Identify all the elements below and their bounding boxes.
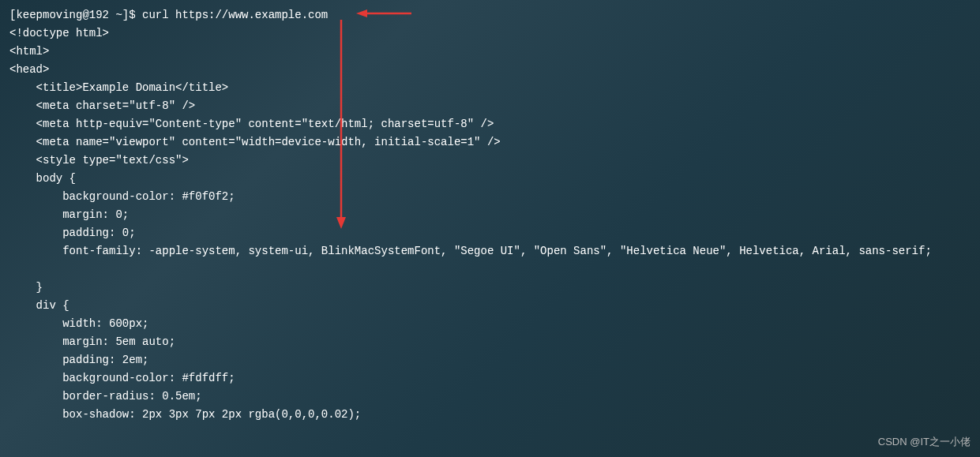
output-line: <meta name="viewport" content="width=dev… bbox=[9, 133, 971, 152]
output-line: background-color: #f0f0f2; bbox=[9, 188, 971, 206]
output-line: box-shadow: 2px 3px 7px 2px rgba(0,0,0,0… bbox=[9, 406, 971, 424]
output-line: <meta charset="utf-8" /> bbox=[9, 97, 971, 115]
output-line: width: 600px; bbox=[9, 315, 971, 333]
command-text: curl https://www.example.com bbox=[142, 9, 328, 21]
output-line: padding: 2em; bbox=[9, 351, 971, 369]
watermark-text: CSDN @IT之一小佬 bbox=[878, 433, 971, 451]
output-line: <html> bbox=[9, 43, 971, 61]
terminal-output: [keepmoving@192 ~]$ curl https://www.exa… bbox=[9, 6, 971, 424]
output-line: body { bbox=[9, 170, 971, 188]
shell-prompt: [keepmoving@192 ~]$ bbox=[9, 9, 142, 21]
output-line: <!doctype html> bbox=[9, 24, 971, 43]
output-line: border-radius: 0.5em; bbox=[9, 388, 971, 406]
output-line: margin: 0; bbox=[9, 206, 971, 224]
output-line: <style type="text/css"> bbox=[9, 152, 971, 170]
output-line: <head> bbox=[9, 61, 971, 79]
output-line: <title>Example Domain</title> bbox=[9, 79, 971, 97]
output-line: div { bbox=[9, 297, 971, 315]
output-line bbox=[9, 260, 971, 279]
output-line: <meta http-equiv="Content-type" content=… bbox=[9, 115, 971, 133]
output-line: margin: 5em auto; bbox=[9, 333, 971, 351]
command-line: [keepmoving@192 ~]$ curl https://www.exa… bbox=[9, 6, 971, 24]
output-line: font-family: -apple-system, system-ui, B… bbox=[9, 242, 971, 260]
output-line: background-color: #fdfdff; bbox=[9, 369, 971, 388]
output-line: } bbox=[9, 279, 971, 297]
output-line: padding: 0; bbox=[9, 224, 971, 242]
